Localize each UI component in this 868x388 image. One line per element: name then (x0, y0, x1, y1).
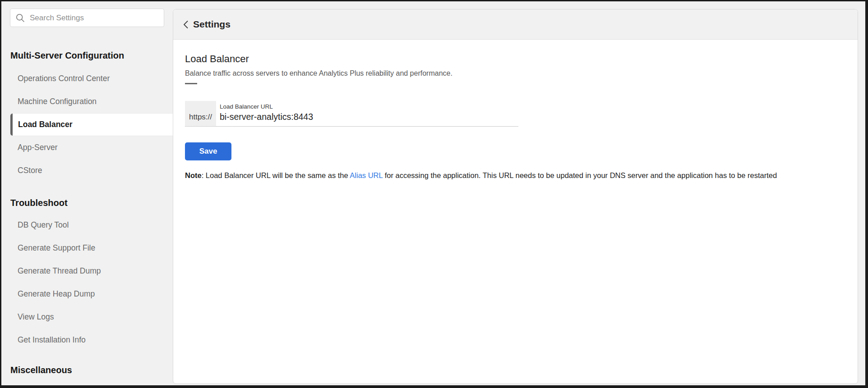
search-icon (16, 14, 25, 23)
sidebar-item-app-server[interactable]: App-Server (1, 136, 173, 159)
load-balancer-url-label: Load Balancer URL (220, 103, 518, 110)
search-settings-box[interactable] (10, 9, 164, 27)
page-title: Load Balancer (185, 53, 844, 65)
note-before-link: : Load Balancer URL will be the same as … (202, 171, 350, 179)
sidebar-item-view-logs[interactable]: View Logs (1, 306, 173, 329)
settings-sidebar: Multi-Server Configuration Operations Co… (1, 1, 173, 385)
sidebar-item-get-installation-info[interactable]: Get Installation Info (1, 329, 173, 351)
nav-group-troubleshoot: DB Query Tool Generate Support File Gene… (1, 214, 173, 351)
sidebar-item-cstore[interactable]: CStore (1, 159, 173, 182)
save-button[interactable]: Save (185, 142, 231, 160)
section-title-multi-server-configuration: Multi-Server Configuration (10, 50, 173, 62)
load-balancer-url-field[interactable]: Load Balancer URL (216, 101, 518, 127)
load-balancer-url-input[interactable] (220, 112, 518, 122)
panel-body: Load Balancer Balance traffic across ser… (173, 40, 858, 180)
back-label: Settings (193, 19, 231, 30)
chevron-left-icon (183, 20, 189, 29)
section-title-troubleshoot: Troubleshoot (10, 197, 173, 209)
sidebar-item-generate-heap-dump[interactable]: Generate Heap Dump (1, 283, 173, 306)
note-text: Note: Load Balancer URL will be the same… (185, 170, 844, 180)
search-settings-input[interactable] (30, 14, 158, 23)
alias-url-link[interactable]: Alias URL (350, 171, 383, 179)
page-subtitle: Balance traffic across servers to enhanc… (185, 69, 844, 78)
sidebar-item-generate-thread-dump[interactable]: Generate Thread Dump (1, 260, 173, 283)
nav-group-multi-server: Operations Control Center Machine Config… (1, 67, 173, 182)
app-window: Multi-Server Configuration Operations Co… (0, 0, 868, 388)
note-after-link: for accessing the application. This URL … (383, 171, 777, 179)
main-panel: Settings Load Balancer Balance traffic a… (173, 9, 858, 384)
protocol-prefix: https:// (185, 101, 216, 127)
sidebar-item-load-balancer[interactable]: Load Balancer (10, 113, 173, 136)
sidebar-item-operations-control-center[interactable]: Operations Control Center (1, 67, 173, 90)
panel-header: Settings (173, 9, 858, 40)
title-divider (185, 83, 197, 84)
sidebar-item-db-query-tool[interactable]: DB Query Tool (1, 214, 173, 237)
section-title-miscellaneous: Miscellaneous (10, 364, 173, 376)
sidebar-item-machine-configuration[interactable]: Machine Configuration (1, 90, 173, 113)
load-balancer-url-form: https:// Load Balancer URL (185, 101, 518, 127)
back-to-settings[interactable]: Settings (183, 19, 231, 30)
note-prefix: Note (185, 171, 202, 179)
sidebar-item-generate-support-file[interactable]: Generate Support File (1, 237, 173, 260)
